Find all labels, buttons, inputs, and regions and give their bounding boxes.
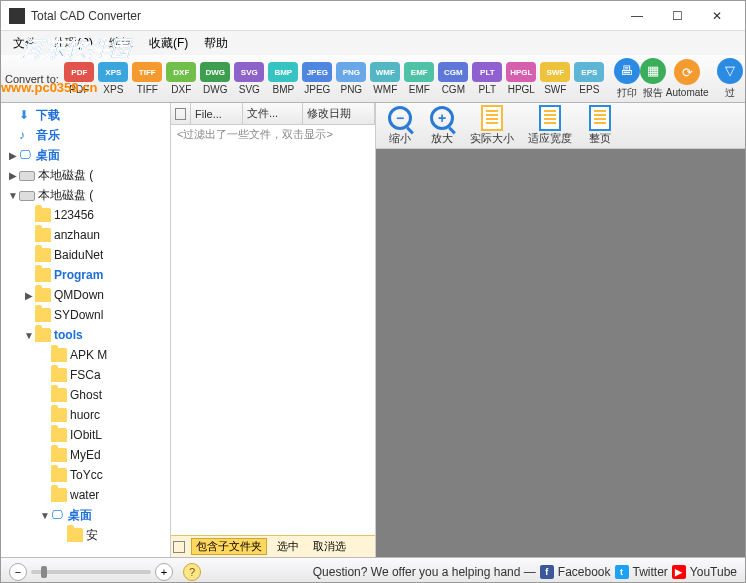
automate-icon: ⟳ <box>674 59 700 85</box>
tree-item[interactable]: FSCa <box>3 365 168 385</box>
format-cgm-button[interactable]: CGMCGM <box>437 62 470 95</box>
format-svg-button[interactable]: SVGSVG <box>233 62 266 95</box>
format-dxf-button[interactable]: DXFDXF <box>165 62 198 95</box>
format-swf-button[interactable]: SWFSWF <box>539 62 572 95</box>
music-icon: ♪ <box>19 128 33 142</box>
include-sub-checkbox[interactable] <box>173 541 185 553</box>
menu-help[interactable]: 帮助 <box>196 35 236 52</box>
col-file[interactable]: File... <box>191 103 243 124</box>
maximize-button[interactable]: ☐ <box>657 2 697 30</box>
zoom-in-button[interactable]: + 放大 <box>428 106 456 146</box>
format-jpeg-button[interactable]: JPEGJPEG <box>301 62 334 95</box>
format-pdf-button[interactable]: PDFPDF <box>63 62 96 95</box>
include-sub-button[interactable]: 包含子文件夹 <box>191 538 267 555</box>
filter-hint[interactable]: <过滤出了一些文件，双击显示> <box>171 125 375 144</box>
format-label: DWG <box>199 84 232 95</box>
tree-item[interactable]: ▶🖵桌面 <box>3 145 168 165</box>
col-name[interactable]: 文件... <box>243 103 303 124</box>
full-page-button[interactable]: 整页 <box>586 106 614 146</box>
tree-item[interactable]: Program <box>3 265 168 285</box>
select-button[interactable]: 选中 <box>273 539 303 554</box>
expand-arrow-icon[interactable]: ▶ <box>23 290 35 301</box>
fit-width-button[interactable]: 适应宽度 <box>528 106 572 146</box>
tree-item[interactable]: 123456 <box>3 205 168 225</box>
folder-icon <box>51 408 67 422</box>
tree-item[interactable]: 安 <box>3 525 168 545</box>
expand-arrow-icon[interactable]: ▼ <box>23 330 35 341</box>
tree-label: QMDown <box>54 288 104 302</box>
menu-edit[interactable]: 编辑 <box>101 35 141 52</box>
folder-icon <box>35 288 51 302</box>
automate-button[interactable]: ⟳ Automate <box>666 59 709 98</box>
format-plt-button[interactable]: PLTPLT <box>471 62 504 95</box>
format-emf-button[interactable]: EMFEMF <box>403 62 436 95</box>
close-button[interactable]: ✕ <box>697 2 737 30</box>
tree-item[interactable]: ▼本地磁盘 ( <box>3 185 168 205</box>
tree-label: APK M <box>70 348 107 362</box>
filter-button[interactable]: ▽ 过 <box>717 58 743 100</box>
zoom-plus-button[interactable]: + <box>155 563 173 581</box>
tree-label: ToYcc <box>70 468 103 482</box>
tree-item[interactable]: ▼🖵桌面 <box>3 505 168 525</box>
tree-item[interactable]: BaiduNet <box>3 245 168 265</box>
tree-label: FSCa <box>70 368 101 382</box>
tree-item[interactable]: ToYcc <box>3 465 168 485</box>
deselect-button[interactable]: 取消选 <box>309 539 350 554</box>
menu-file[interactable]: 文件 <box>5 35 45 52</box>
folder-icon <box>51 388 67 402</box>
format-wmf-button[interactable]: WMFWMF <box>369 62 402 95</box>
facebook-link[interactable]: Facebook <box>558 565 611 579</box>
tree-item[interactable]: water <box>3 485 168 505</box>
tree-item[interactable]: anzhaun <box>3 225 168 245</box>
zoom-out-button[interactable]: − 缩小 <box>386 106 414 146</box>
format-xps-button[interactable]: XPSXPS <box>97 62 130 95</box>
expand-arrow-icon[interactable]: ▼ <box>39 510 51 521</box>
print-button[interactable]: 🖶 打印 <box>614 58 640 100</box>
actual-size-button[interactable]: 实际大小 <box>470 106 514 146</box>
format-badge: TIFF <box>132 62 162 82</box>
format-eps-button[interactable]: EPSEPS <box>573 62 606 95</box>
disk-icon <box>19 171 35 181</box>
preview-canvas[interactable] <box>376 149 745 557</box>
list-body[interactable]: <过滤出了一些文件，双击显示> <box>171 125 375 535</box>
format-dwg-button[interactable]: DWGDWG <box>199 62 232 95</box>
tree-item[interactable]: huorc <box>3 405 168 425</box>
col-date[interactable]: 修改日期 <box>303 103 375 124</box>
tree-item[interactable]: ▶本地磁盘 ( <box>3 165 168 185</box>
report-button[interactable]: ▦ 报告 <box>640 58 666 100</box>
format-badge: HPGL <box>506 62 536 82</box>
tree-item[interactable]: ▼tools <box>3 325 168 345</box>
expand-arrow-icon[interactable]: ▶ <box>7 170 19 181</box>
help-button[interactable]: ? <box>183 563 201 581</box>
format-badge: PDF <box>64 62 94 82</box>
format-png-button[interactable]: PNGPNG <box>335 62 368 95</box>
format-tiff-button[interactable]: TIFFTIFF <box>131 62 164 95</box>
zoom-minus-button[interactable]: − <box>9 563 27 581</box>
format-bmp-button[interactable]: BMPBMP <box>267 62 300 95</box>
tree-label: 桌面 <box>36 147 60 164</box>
zoom-slider[interactable] <box>31 570 151 574</box>
expand-arrow-icon[interactable]: ▶ <box>7 150 19 161</box>
menu-favorites[interactable]: 收藏(F) <box>141 35 196 52</box>
format-hpgl-button[interactable]: HPGLHPGL <box>505 62 538 95</box>
tree-item[interactable]: APK M <box>3 345 168 365</box>
tree-item[interactable]: SYDownl <box>3 305 168 325</box>
tree-item[interactable]: ▶QMDown <box>3 285 168 305</box>
full-page-icon <box>586 106 614 130</box>
tree-item[interactable]: MyEd <box>3 445 168 465</box>
expand-arrow-icon[interactable]: ▼ <box>7 190 19 201</box>
tree-item[interactable]: ♪音乐 <box>3 125 168 145</box>
tree-item[interactable]: Ghost <box>3 385 168 405</box>
tree-item[interactable]: ⬇下载 <box>3 105 168 125</box>
tree-label: 123456 <box>54 208 94 222</box>
col-checkbox[interactable] <box>171 103 191 124</box>
twitter-link[interactable]: Twitter <box>633 565 668 579</box>
menu-process[interactable]: 处理(P) <box>45 35 101 52</box>
tree-label: 下载 <box>36 107 60 124</box>
print-icon: 🖶 <box>614 58 640 84</box>
tree-item[interactable]: IObitL <box>3 425 168 445</box>
youtube-link[interactable]: YouTube <box>690 565 737 579</box>
folder-tree[interactable]: ⬇下载♪音乐▶🖵桌面▶本地磁盘 (▼本地磁盘 (123456anzhaunBai… <box>1 103 170 547</box>
minimize-button[interactable]: — <box>617 2 657 30</box>
checkbox-icon[interactable] <box>175 108 186 120</box>
